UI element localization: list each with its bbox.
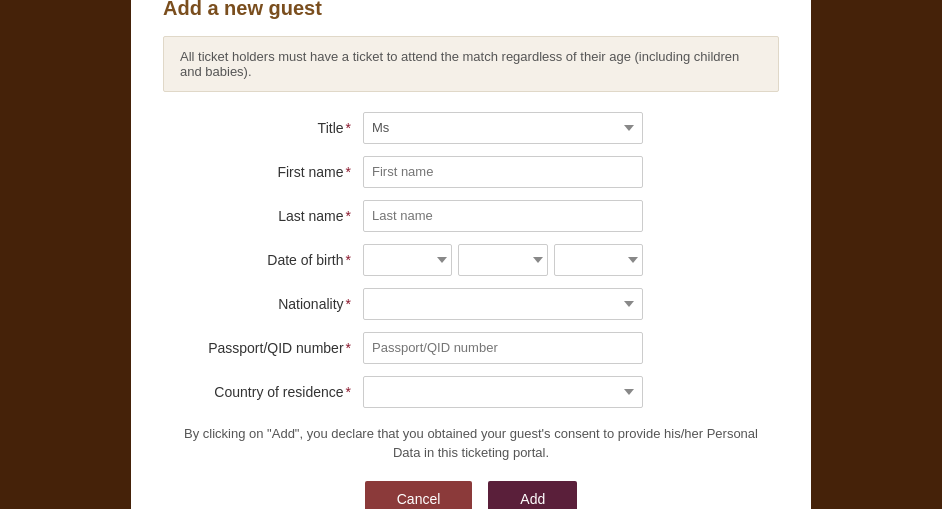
required-star-3: * <box>346 208 351 224</box>
add-guest-modal: Add a new guest All ticket holders must … <box>131 0 811 509</box>
consent-text: By clicking on "Add", you declare that y… <box>163 424 779 463</box>
dob-month-select[interactable] <box>458 244 547 276</box>
required-star-4: * <box>346 252 351 268</box>
dob-day-select[interactable] <box>363 244 452 276</box>
required-star: * <box>346 120 351 136</box>
title-row: Title* Ms Mr Mrs Dr Prof <box>163 112 779 144</box>
lastname-label: Last name* <box>163 208 363 224</box>
dob-row: Date of birth* <box>163 244 779 276</box>
dob-label: Date of birth* <box>163 252 363 268</box>
passport-row: Passport/QID number* <box>163 332 779 364</box>
country-label: Country of residence* <box>163 384 363 400</box>
modal-overlay: Add a new guest All ticket holders must … <box>0 0 942 509</box>
dob-year-select[interactable] <box>554 244 643 276</box>
required-star-2: * <box>346 164 351 180</box>
info-text: All ticket holders must have a ticket to… <box>180 49 739 79</box>
info-box: All ticket holders must have a ticket to… <box>163 36 779 92</box>
required-star-7: * <box>346 384 351 400</box>
dob-selects <box>363 244 643 276</box>
nationality-row: Nationality* <box>163 288 779 320</box>
required-star-5: * <box>346 296 351 312</box>
lastname-row: Last name* <box>163 200 779 232</box>
lastname-input[interactable] <box>363 200 643 232</box>
firstname-label: First name* <box>163 164 363 180</box>
button-row: Cancel Add <box>163 481 779 510</box>
nationality-label: Nationality* <box>163 296 363 312</box>
modal-title: Add a new guest <box>163 0 779 20</box>
required-star-6: * <box>346 340 351 356</box>
passport-input[interactable] <box>363 332 643 364</box>
nationality-select[interactable] <box>363 288 643 320</box>
add-button[interactable]: Add <box>488 481 577 510</box>
firstname-input[interactable] <box>363 156 643 188</box>
firstname-row: First name* <box>163 156 779 188</box>
cancel-button[interactable]: Cancel <box>365 481 473 510</box>
title-label: Title* <box>163 120 363 136</box>
country-row: Country of residence* <box>163 376 779 408</box>
title-select[interactable]: Ms Mr Mrs Dr Prof <box>363 112 643 144</box>
country-select[interactable] <box>363 376 643 408</box>
passport-label: Passport/QID number* <box>163 340 363 356</box>
